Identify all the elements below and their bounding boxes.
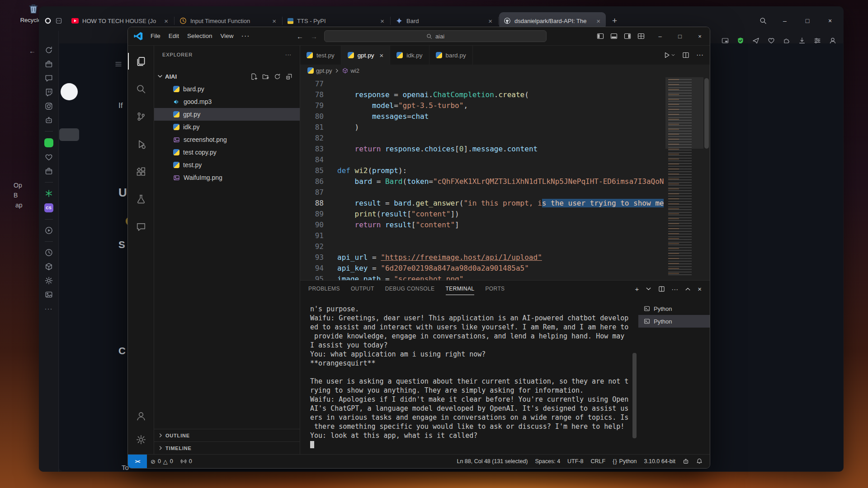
robot-icon[interactable] bbox=[45, 116, 53, 124]
tab-close-icon[interactable]: × bbox=[595, 17, 601, 25]
image-icon[interactable] bbox=[45, 291, 53, 299]
activity-accounts[interactable] bbox=[128, 404, 154, 428]
terminal-instance[interactable]: Python bbox=[638, 315, 710, 328]
file-row[interactable]: idk.py bbox=[154, 121, 300, 133]
menu-file[interactable]: File bbox=[146, 30, 165, 42]
gear-icon[interactable] bbox=[45, 277, 53, 285]
section-timeline[interactable]: TIMELINE bbox=[154, 441, 300, 454]
activity-extensions[interactable] bbox=[128, 158, 154, 185]
terminal-output[interactable]: n's purpose.Waifu: Greetings, dear user!… bbox=[300, 297, 638, 455]
heart-icon[interactable] bbox=[45, 153, 53, 161]
new-folder-icon[interactable] bbox=[262, 73, 269, 80]
language-status[interactable]: { } Python bbox=[609, 455, 640, 468]
twitch-icon[interactable] bbox=[45, 88, 53, 96]
customize-layout-icon[interactable] bbox=[637, 33, 645, 40]
activity-search[interactable] bbox=[128, 75, 154, 103]
terminal-dropdown-icon[interactable] bbox=[645, 286, 652, 292]
cube-icon[interactable] bbox=[45, 263, 53, 271]
activity-testing[interactable] bbox=[128, 185, 154, 213]
back-arrow-icon[interactable]: ← bbox=[297, 33, 303, 40]
activity-explorer[interactable] bbox=[128, 47, 154, 75]
maximize-panel-icon[interactable] bbox=[684, 286, 691, 292]
eol-status[interactable]: CRLF bbox=[587, 455, 609, 468]
new-tab-button[interactable]: + bbox=[609, 16, 620, 26]
camera-icon[interactable] bbox=[45, 102, 53, 110]
codestats-icon[interactable]: CS bbox=[44, 203, 53, 212]
notifications[interactable] bbox=[693, 455, 706, 468]
toggle-panel-icon[interactable] bbox=[610, 33, 618, 40]
ellipsis-icon[interactable]: ··· bbox=[45, 305, 53, 312]
play-circle-icon[interactable] bbox=[45, 226, 53, 235]
file-row[interactable]: bard.py bbox=[154, 83, 300, 95]
activity-settings[interactable] bbox=[128, 428, 154, 451]
tab-close-icon[interactable]: × bbox=[271, 17, 277, 25]
tab-close-icon[interactable]: × bbox=[487, 17, 493, 25]
briefcase-icon[interactable] bbox=[45, 60, 53, 68]
split-editor-icon[interactable] bbox=[682, 52, 689, 59]
menu-view[interactable]: View bbox=[217, 30, 238, 42]
remote-indicator[interactable]: >< bbox=[128, 455, 147, 468]
browser-maximize-button[interactable]: □ bbox=[803, 17, 812, 24]
cursor-position[interactable]: Ln 88, Col 48 (131 selected) bbox=[453, 455, 531, 468]
file-row[interactable]: good.mp3 bbox=[154, 95, 300, 108]
briefcase2-icon[interactable] bbox=[45, 167, 53, 175]
activity-source-control[interactable] bbox=[128, 103, 154, 130]
collapse-folders-icon[interactable] bbox=[286, 73, 292, 80]
close-panel-button[interactable]: × bbox=[698, 285, 702, 293]
menu-edit[interactable]: Edit bbox=[165, 30, 183, 42]
terminal-scrollbar[interactable] bbox=[632, 353, 637, 438]
menu-selection[interactable]: Selection bbox=[183, 30, 217, 42]
browser-close-button[interactable]: × bbox=[826, 17, 835, 24]
minimap-slider[interactable] bbox=[665, 77, 703, 149]
opera-gx-logo-icon[interactable] bbox=[44, 17, 52, 24]
panel-more-button[interactable]: ··· bbox=[671, 285, 678, 293]
explorer-root-row[interactable]: AIAI bbox=[154, 70, 300, 83]
editor-more-button[interactable]: ··· bbox=[696, 51, 703, 59]
problems-status[interactable]: ⊘ 0 △ 0 bbox=[147, 455, 177, 468]
file-row[interactable]: test.py bbox=[154, 159, 300, 171]
panel-tab-problems[interactable]: PROBLEMS bbox=[308, 281, 340, 297]
refresh-icon[interactable] bbox=[45, 46, 53, 54]
refresh-explorer-icon[interactable] bbox=[274, 73, 281, 80]
menu-more-button[interactable]: ··· bbox=[238, 32, 254, 40]
activity-chat[interactable] bbox=[128, 213, 154, 240]
tab-close-icon[interactable]: × bbox=[379, 17, 385, 25]
panel-tab-output[interactable]: OUTPUT bbox=[351, 281, 374, 297]
file-row[interactable]: gpt.py bbox=[154, 108, 300, 121]
vscode-minimize-button[interactable]: – bbox=[650, 27, 670, 45]
run-python-button[interactable] bbox=[663, 52, 675, 59]
ports-status[interactable]: 0 bbox=[177, 455, 196, 468]
editor-tab[interactable]: bard.py bbox=[429, 46, 473, 65]
python-interpreter[interactable]: 3.10.0 64-bit bbox=[641, 455, 679, 468]
toggle-secondary-sidebar-icon[interactable] bbox=[624, 33, 631, 40]
green-app-icon[interactable] bbox=[44, 138, 53, 147]
vscode-close-button[interactable]: × bbox=[690, 27, 710, 45]
browser-minimize-button[interactable]: – bbox=[780, 17, 789, 24]
breadcrumb-item[interactable]: gpt.py bbox=[316, 67, 332, 74]
chat-bubble-icon[interactable] bbox=[45, 74, 53, 82]
openai-icon[interactable] bbox=[45, 189, 53, 197]
activity-run-debug[interactable] bbox=[128, 130, 154, 158]
new-terminal-button[interactable]: + bbox=[635, 285, 639, 293]
code-editor[interactable]: 7778 response = openai.ChatCompletion.cr… bbox=[300, 76, 710, 280]
file-row[interactable]: test copy.py bbox=[154, 146, 300, 159]
vscode-maximize-button[interactable]: □ bbox=[670, 27, 690, 45]
panel-tab-terminal[interactable]: TERMINAL bbox=[446, 281, 475, 297]
file-row[interactable]: WaifuImg.png bbox=[154, 171, 300, 184]
breadcrumb-item[interactable]: wi2 bbox=[350, 67, 359, 74]
tab-close-icon[interactable]: × bbox=[163, 17, 169, 25]
terminal-instance[interactable]: Python bbox=[638, 302, 710, 315]
gx-control-icon[interactable] bbox=[55, 17, 62, 24]
panel-tab-ports[interactable]: PORTS bbox=[485, 281, 505, 297]
indentation-status[interactable]: Spaces: 4 bbox=[532, 455, 564, 468]
browser-search-icon[interactable] bbox=[760, 17, 767, 24]
editor-tab[interactable]: idk.py bbox=[390, 46, 429, 65]
copilot-status[interactable] bbox=[679, 455, 693, 468]
new-file-icon[interactable] bbox=[250, 73, 257, 80]
section-outline[interactable]: OUTLINE bbox=[154, 429, 300, 441]
panel-tab-debug-console[interactable]: DEBUG CONSOLE bbox=[385, 281, 435, 297]
tab-close-icon[interactable]: × bbox=[380, 52, 384, 59]
explorer-more-button[interactable]: ··· bbox=[285, 52, 292, 57]
split-terminal-icon[interactable] bbox=[658, 286, 665, 292]
encoding-status[interactable]: UTF-8 bbox=[564, 455, 587, 468]
